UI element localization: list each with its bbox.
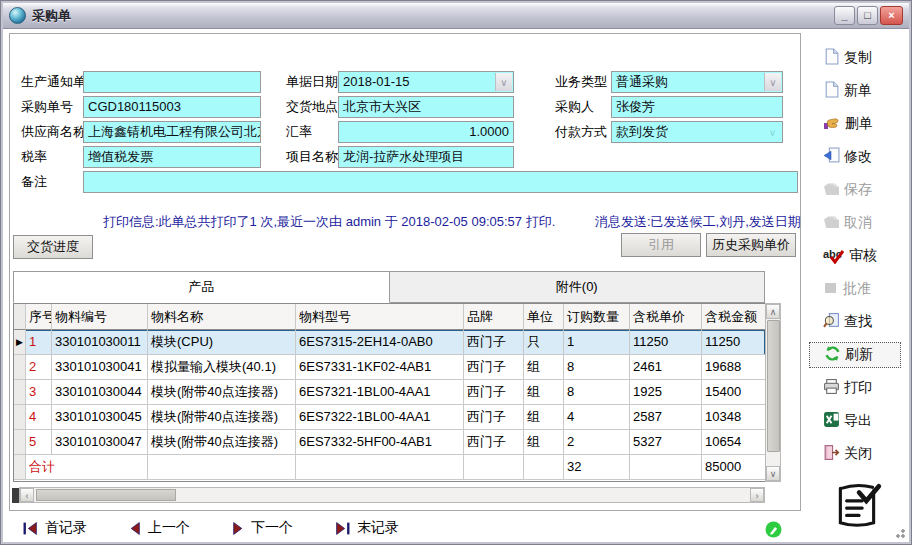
doc-date-combo[interactable]: 2018-01-15 ∨ xyxy=(338,71,514,93)
horizontal-scroll-thumb[interactable] xyxy=(36,489,176,501)
delivery-progress-button[interactable]: 交货进度 xyxy=(13,235,93,259)
table-cell[interactable]: 19688 xyxy=(702,355,765,380)
table-cell[interactable]: 西门子 xyxy=(464,430,524,455)
table-cell[interactable]: 330101030044 xyxy=(52,380,148,405)
project-name-field[interactable]: 龙润-拉萨水处理项目 xyxy=(338,146,514,168)
table-cell[interactable]: 2 xyxy=(564,430,630,455)
table-cell[interactable]: 3 xyxy=(26,380,52,405)
po-number-field[interactable]: CGD180115003 xyxy=(83,96,261,118)
table-row[interactable]: 2330101030041模拟量输入模块(40.1)6ES7331-1KF02-… xyxy=(14,355,765,380)
table-cell[interactable]: 11250 xyxy=(630,330,702,355)
sidebar-button-audit[interactable]: abc审核 xyxy=(809,243,901,269)
table-cell[interactable]: 2 xyxy=(26,355,52,380)
table-cell[interactable]: 2587 xyxy=(630,405,702,430)
production-notice-field[interactable] xyxy=(83,71,261,93)
table-cell[interactable]: 西门子 xyxy=(464,380,524,405)
table-cell[interactable]: 组 xyxy=(524,405,564,430)
table-cell[interactable]: 10654 xyxy=(702,430,765,455)
table-cell[interactable]: 模块(附带40点连接器) xyxy=(148,380,296,405)
table-cell[interactable]: 组 xyxy=(524,355,564,380)
delivery-place-field[interactable]: 北京市大兴区 xyxy=(338,96,514,118)
chevron-down-icon[interactable]: ∨ xyxy=(764,123,781,141)
table-cell[interactable]: 西门子 xyxy=(464,405,524,430)
table-row[interactable]: 3330101030044模块(附带40点连接器)6ES7321-1BL00-4… xyxy=(14,380,765,405)
table-row[interactable]: ▶1330101030011模块(CPU)6ES7315-2EH14-0AB0西… xyxy=(14,330,765,355)
purchaser-field[interactable]: 张俊芳 xyxy=(611,96,783,118)
table-cell[interactable]: 1 xyxy=(26,330,52,355)
table-cell[interactable]: 5 xyxy=(26,430,52,455)
table-cell[interactable]: 6ES7315-2EH14-0AB0 xyxy=(296,330,464,355)
sidebar-button-new-doc[interactable]: 新单 xyxy=(809,78,901,104)
payment-method-combo[interactable]: 款到发货 ∨ xyxy=(611,121,783,143)
table-cell[interactable]: 模块(附带40点连接器) xyxy=(148,405,296,430)
table-cell[interactable]: 4 xyxy=(26,405,52,430)
sidebar-button-search[interactable]: 查找 xyxy=(809,309,901,335)
resize-grip[interactable] xyxy=(893,526,905,538)
table-cell[interactable]: 6ES7332-5HF00-4AB1 xyxy=(296,430,464,455)
nav-previous-button[interactable]: 上一个 xyxy=(129,519,190,537)
table-cell[interactable]: 330101030011 xyxy=(52,330,148,355)
table-row[interactable]: 4330101030045模块(附带40点连接器)6ES7322-1BL00-4… xyxy=(14,405,765,430)
table-cell[interactable]: 330101030041 xyxy=(52,355,148,380)
table-row[interactable]: 5330101030047模块(附带40点连接器)6ES7332-5HF00-4… xyxy=(14,430,765,455)
close-window-button[interactable]: × xyxy=(880,6,903,25)
sidebar-button-close[interactable]: 关闭 xyxy=(809,441,901,467)
exchange-rate-field[interactable]: 1.0000 xyxy=(338,121,514,143)
horizontal-scrollbar[interactable]: ‹ › xyxy=(19,487,765,503)
history-price-button[interactable]: 历史采购单价 xyxy=(706,233,796,257)
minimize-button[interactable]: _ xyxy=(834,6,855,25)
table-cell[interactable]: 6ES7322-1BL00-4AA1 xyxy=(296,405,464,430)
table-cell[interactable]: 1 xyxy=(564,330,630,355)
table-cell[interactable]: 330101030045 xyxy=(52,405,148,430)
nav-first-record-button[interactable]: 首记录 xyxy=(23,519,87,537)
table-cell[interactable]: 模块(附带40点连接器) xyxy=(148,430,296,455)
row-indicator xyxy=(14,380,26,405)
sidebar-button-refresh[interactable]: 刷新 xyxy=(809,342,901,368)
table-cell[interactable]: 5327 xyxy=(630,430,702,455)
table-cell[interactable]: 6ES7321-1BL00-4AA1 xyxy=(296,380,464,405)
table-cell[interactable]: 2461 xyxy=(630,355,702,380)
table-cell[interactable]: 组 xyxy=(524,380,564,405)
sidebar-button-print[interactable]: 打印 xyxy=(809,375,901,401)
chevron-down-icon[interactable]: ∨ xyxy=(495,73,512,91)
business-type-combo[interactable]: 普通采购 ∨ xyxy=(611,71,783,93)
table-cell[interactable]: 1925 xyxy=(630,380,702,405)
tab-attachments[interactable]: 附件(0) xyxy=(390,271,766,303)
app-logo-icon xyxy=(831,479,883,534)
sidebar-button-copy[interactable]: 复制 xyxy=(809,45,901,71)
chevron-down-icon[interactable]: ∨ xyxy=(764,73,781,91)
table-cell[interactable]: 6ES7331-1KF02-4AB1 xyxy=(296,355,464,380)
table-cell[interactable]: 15400 xyxy=(702,380,765,405)
table-cell[interactable]: 模块(CPU) xyxy=(148,330,296,355)
table-cell[interactable]: 组 xyxy=(524,430,564,455)
table-cell[interactable]: 西门子 xyxy=(464,330,524,355)
table-cell[interactable]: 4 xyxy=(564,405,630,430)
supplier-field[interactable]: 上海鑫锖机电工程有限公司北京分公司 xyxy=(83,121,261,143)
tab-products[interactable]: 产品 xyxy=(13,271,390,303)
vertical-scrollbar[interactable]: ∧ ∨ xyxy=(765,303,781,482)
scroll-up-icon[interactable]: ∧ xyxy=(766,304,780,319)
table-cell[interactable]: 西门子 xyxy=(464,355,524,380)
scroll-right-icon[interactable]: › xyxy=(750,488,764,502)
maximize-button[interactable]: □ xyxy=(857,6,878,25)
nav-next-button[interactable]: 下一个 xyxy=(232,519,293,537)
sidebar-button-edit[interactable]: 修改 xyxy=(809,144,901,170)
table-cell[interactable]: 只 xyxy=(524,330,564,355)
tax-rate-field[interactable]: 增值税发票 xyxy=(83,146,261,168)
remark-field[interactable] xyxy=(83,171,798,193)
vertical-scroll-thumb[interactable] xyxy=(767,320,780,452)
scroll-left-icon[interactable]: ‹ xyxy=(20,488,34,502)
sidebar-button-delete[interactable]: 删单 xyxy=(809,111,901,137)
sidebar-button-approve: 批准 xyxy=(809,276,901,302)
table-cell[interactable]: 模拟量输入模块(40.1) xyxy=(148,355,296,380)
title-bar[interactable]: 采购单 _ □ × xyxy=(3,3,909,29)
table-cell xyxy=(464,455,524,480)
table-cell[interactable]: 8 xyxy=(564,380,630,405)
table-cell[interactable]: 11250 xyxy=(702,330,765,355)
table-cell[interactable]: 10348 xyxy=(702,405,765,430)
table-cell[interactable]: 8 xyxy=(564,355,630,380)
table-cell[interactable]: 330101030047 xyxy=(52,430,148,455)
scroll-down-icon[interactable]: ∨ xyxy=(766,466,780,481)
nav-last-record-button[interactable]: 末记录 xyxy=(335,519,399,537)
sidebar-button-export[interactable]: 导出 xyxy=(809,408,901,434)
